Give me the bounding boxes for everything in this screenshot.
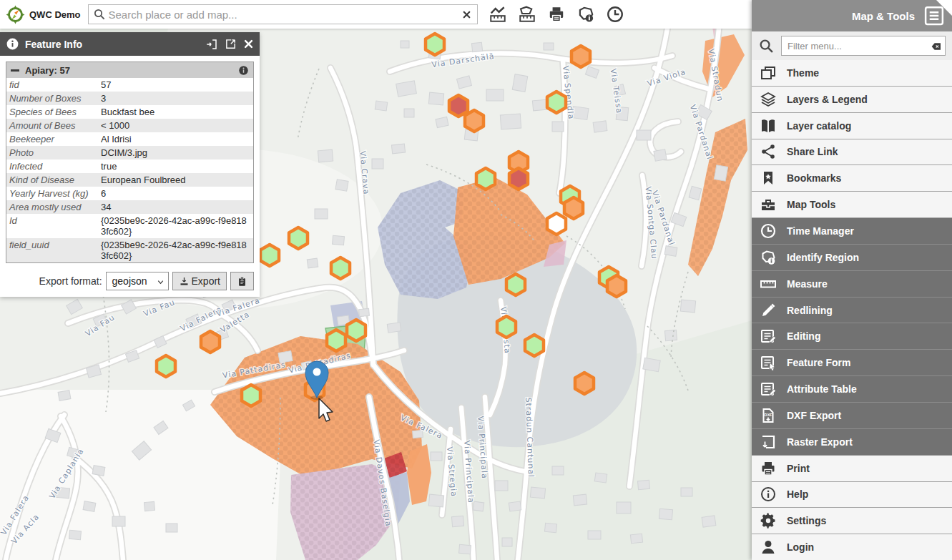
attribute-label: Amount of Bees (6, 119, 101, 132)
attribute-label: Area mostly used (6, 201, 101, 213)
feature-section-header[interactable]: Apiary: 57 (6, 62, 253, 78)
sidebar-item-map-tools[interactable]: Map Tools (752, 192, 952, 218)
sidebar-item-label: Help (787, 488, 808, 500)
sidebar-item-share-link[interactable]: Share Link (752, 139, 952, 166)
formcur-icon (760, 354, 777, 371)
attribute-label: field_uuid (6, 239, 101, 262)
backspace-icon[interactable] (931, 41, 942, 52)
sidebar-item-layer-catalog[interactable]: Layer catalog (752, 113, 952, 139)
attribute-value: < 1000 (101, 119, 253, 132)
apiary-marker-green[interactable] (331, 257, 350, 279)
feature-attribute-row: Area mostly used34 (6, 200, 253, 214)
feature-attribute-row: Number of Boxes3 (6, 92, 253, 105)
attribute-value: 34 (101, 201, 253, 213)
help-icon (760, 486, 777, 503)
apiary-marker-green[interactable] (242, 385, 260, 406)
clear-search-icon[interactable] (462, 10, 471, 19)
sidebar-item-redlining[interactable]: Redlining (752, 298, 952, 324)
dock-panel-button[interactable] (205, 38, 218, 51)
apiary-marker-green[interactable] (347, 320, 365, 341)
close-panel-button[interactable] (243, 39, 254, 49)
apiary-marker-green[interactable] (547, 92, 566, 113)
sidebar-item-label: DXF Export (787, 410, 841, 421)
apiary-marker-green[interactable] (157, 355, 175, 377)
sidebar-item-help[interactable]: Help (752, 482, 952, 509)
apiary-marker-green[interactable] (476, 168, 495, 190)
panel-title: Feature Info (25, 39, 199, 50)
apiary-marker-green[interactable] (289, 227, 308, 249)
apiary-marker-orange[interactable] (575, 373, 594, 394)
print-icon (760, 460, 777, 477)
user-icon (760, 539, 777, 556)
attribute-value: Buckfast bee (101, 106, 253, 118)
detach-panel-button[interactable] (225, 38, 237, 50)
apiary-marker-orange[interactable] (571, 46, 590, 67)
attribute-label: fid (6, 79, 101, 91)
identify-region-button[interactable] (576, 4, 596, 24)
sidebar-item-identify-region[interactable]: Identify Region (752, 245, 952, 271)
export-button[interactable]: Export (172, 272, 227, 290)
sidebar-item-print[interactable]: Print (752, 456, 952, 482)
editlist-icon (760, 380, 777, 398)
search-input[interactable] (109, 9, 456, 21)
feature-attribute-row: Kind of DiseaseEuropean Foulbreed (6, 173, 253, 187)
apiary-marker-red[interactable] (509, 168, 528, 190)
print-button[interactable] (546, 4, 566, 24)
feature-info-panel: Feature Info Apiary: 57 fid57Number of B… (0, 32, 260, 297)
editlist-icon (760, 328, 777, 345)
apiary-marker-green[interactable] (525, 335, 544, 356)
feature-info-header: Feature Info (0, 32, 260, 56)
sidebar-item-login[interactable]: Login (752, 534, 952, 560)
feature-attribute-row: Species of BeesBuckfast bee (6, 105, 253, 119)
sidebar-item-label: Identify Region (787, 252, 859, 263)
search-icon (93, 8, 106, 21)
toolbar-buttons (488, 4, 625, 24)
attribute-value: Al Idrisi (101, 133, 253, 145)
apiary-marker-green[interactable] (426, 34, 444, 55)
sidebar-item-label: Layers & Legend (787, 94, 868, 105)
sidebar-item-measure[interactable]: Measure (752, 271, 952, 298)
apiary-marker-red[interactable] (449, 95, 468, 117)
sidebar-item-bookmarks[interactable]: Bookmarks (752, 165, 952, 192)
apiary-marker-white[interactable] (547, 213, 566, 235)
apiary-marker-orange[interactable] (564, 197, 583, 219)
collapse-icon[interactable] (11, 69, 19, 72)
time-manager-button[interactable] (605, 4, 625, 24)
sidebar-item-layers-legend[interactable]: Layers & Legend (752, 87, 952, 113)
apiary-marker-orange[interactable] (201, 331, 220, 353)
apiary-marker-orange[interactable] (465, 110, 484, 132)
measure-line-icon (489, 5, 507, 24)
measure-area-icon (518, 5, 536, 24)
measure-line-button[interactable] (488, 4, 508, 24)
attribute-value: true (101, 160, 253, 172)
attribute-label: Kind of Disease (6, 174, 101, 186)
apiary-marker-orange[interactable] (607, 275, 626, 297)
app-menu-icon[interactable] (923, 5, 945, 26)
menu-filter-bar (752, 31, 952, 60)
copy-to-clipboard-button[interactable] (230, 272, 254, 290)
sidebar-item-settings[interactable]: Settings (752, 508, 952, 534)
sidebar-item-feature-form[interactable]: Feature Form (752, 350, 952, 376)
apiary-marker-green[interactable] (260, 245, 279, 266)
pencil-icon (760, 302, 777, 319)
apiary-marker-green[interactable] (506, 274, 525, 295)
apiary-marker-green[interactable] (497, 316, 516, 338)
sidebar-item-theme[interactable]: Theme (752, 60, 952, 87)
sidebar-item-raster-export[interactable]: Raster Export (752, 429, 952, 456)
feature-info-icon[interactable] (238, 65, 249, 76)
download-icon (179, 276, 190, 287)
qwc-logo-icon (6, 5, 25, 24)
apiary-marker-green[interactable] (327, 330, 345, 351)
measure-area-button[interactable] (517, 4, 537, 24)
filter-menu-input[interactable] (781, 36, 946, 56)
feature-attribute-row: PhotoDCIM/3.jpg (6, 146, 253, 159)
sidebar-item-time-manager[interactable]: Time Manager (752, 218, 952, 245)
export-format-select[interactable]: geojson (106, 272, 169, 290)
feature-attribute-row: Amount of Bees< 1000 (6, 119, 253, 132)
sidebar-item-attribute-table[interactable]: Attribute Table (752, 376, 952, 403)
sidebar-item-editing[interactable]: Editing (752, 323, 952, 350)
print-icon (547, 5, 566, 24)
sidebar-item-dxf-export[interactable]: DXF Export (752, 403, 952, 429)
attribute-value: European Foulbreed (101, 174, 253, 186)
feature-attribute-row: fid57 (6, 78, 253, 92)
